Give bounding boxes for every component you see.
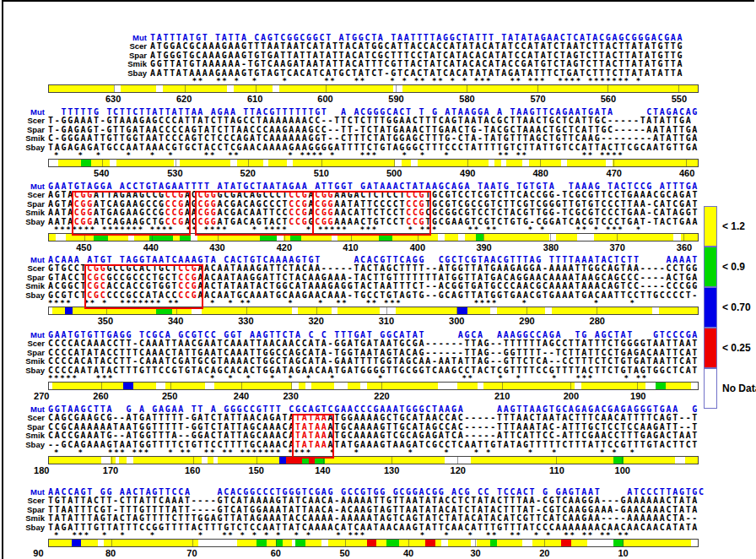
- bar-segment-g: [81, 160, 90, 166]
- bar-segment-w: [334, 383, 347, 389]
- legend-swatch-blue: [704, 287, 717, 328]
- bar-segment-y: [165, 383, 204, 389]
- bar-segment-g: [276, 540, 283, 546]
- bar-segment-y: [237, 160, 262, 166]
- bar-segment-y: [556, 234, 577, 241]
- bar-segment-w: [292, 383, 299, 389]
- bar-segment-w: [691, 540, 698, 546]
- legend-label: < 1.2: [722, 206, 745, 247]
- bar-tick: [617, 234, 618, 241]
- position-number: 120: [451, 465, 466, 475]
- alignment-block-5: MutGAATGTGTTGAGG TCGCA GCGTCC GGT AAGTTC…: [0, 331, 756, 405]
- bar-tick: [686, 160, 687, 166]
- bar-segment-y: [81, 540, 97, 546]
- bar-segment-y: [659, 307, 698, 314]
- bar-segment-w: [198, 540, 237, 546]
- position-numbers-row: 908070605040302010: [48, 548, 699, 559]
- legend-item: < 1.2: [704, 206, 756, 247]
- position-number: 440: [143, 242, 159, 252]
- bar-segment-y: [445, 234, 458, 241]
- position-number: 270: [34, 391, 49, 401]
- position-number: 560: [601, 94, 616, 104]
- bar-segment-y: [367, 383, 439, 389]
- alignment-block-6: MutGGTAAGCTTA G A GAGAA TT A GGGCCGTTT C…: [0, 405, 756, 480]
- bar-tick: [392, 457, 392, 464]
- species-label: Sbay: [0, 291, 48, 300]
- bar-segment-w: [98, 540, 105, 546]
- bar-tick: [678, 85, 679, 92]
- bar-segment-w: [522, 540, 532, 546]
- bar-segment-y: [483, 234, 549, 241]
- bar-segment-b: [279, 457, 286, 464]
- bar-tick: [537, 85, 538, 92]
- bar-tick: [467, 160, 468, 166]
- position-number: 540: [94, 168, 109, 178]
- bar-tick: [185, 85, 186, 92]
- bar-tick: [683, 234, 684, 241]
- position-number: 210: [494, 391, 510, 401]
- bar-tick: [170, 383, 171, 389]
- motif-highlight-box: [195, 191, 314, 236]
- position-number: 630: [105, 94, 121, 104]
- bar-segment-y: [448, 540, 471, 546]
- position-number: 330: [238, 316, 253, 326]
- bar-segment-y: [121, 85, 156, 92]
- bar-segment-y: [104, 540, 198, 546]
- bar-segment-y: [298, 307, 332, 314]
- bar-tick: [637, 383, 638, 389]
- bar-segment-y: [58, 160, 81, 166]
- position-number: 320: [308, 316, 323, 326]
- bar-segment-w: [441, 540, 448, 546]
- bar-segment-y: [402, 85, 698, 92]
- bar-tick: [475, 540, 476, 546]
- position-numbers-row: 450440430420410400390380370360: [48, 242, 699, 253]
- conservation-heatmap-bar: [48, 159, 699, 167]
- bar-segment-y: [494, 160, 501, 166]
- bar-segment-w: [490, 307, 497, 314]
- bar-segment-y: [52, 383, 124, 389]
- position-number: 280: [590, 316, 605, 326]
- legend-swatch-yellow: [704, 206, 717, 247]
- bar-tick: [613, 160, 614, 166]
- alignment-block-7: MutAACCAGT GG AACTAGTTCCA ACACGGCCCTGGGT…: [0, 488, 756, 559]
- bar-segment-w: [675, 457, 685, 464]
- species-label: Sbay: [0, 144, 48, 152]
- bar-segment-y: [237, 540, 256, 546]
- position-numbers-row: 540530520510500490480470460: [48, 168, 699, 179]
- position-number: 490: [460, 168, 475, 178]
- position-number: 350: [98, 316, 113, 326]
- bar-segment-y: [299, 383, 305, 389]
- bar-tick: [326, 85, 327, 92]
- bar-segment-w: [321, 540, 328, 546]
- bar-segment-y: [49, 234, 56, 241]
- position-number: 370: [609, 242, 624, 252]
- bar-segment-y: [214, 383, 292, 389]
- conservation-heatmap-bar: [48, 382, 699, 390]
- bar-segment-y: [133, 457, 202, 464]
- position-number: 90: [33, 548, 43, 558]
- bar-tick: [111, 457, 112, 464]
- legend-item: < 0.9: [704, 247, 756, 287]
- bar-tick: [483, 234, 484, 241]
- bar-tick: [291, 383, 292, 389]
- bar-segment-r: [367, 540, 377, 546]
- bar-segment-y: [325, 457, 445, 464]
- bar-segment-w: [156, 85, 163, 92]
- position-number: 30: [470, 548, 480, 558]
- position-number: 500: [386, 168, 402, 178]
- bar-segment-w: [561, 160, 568, 166]
- position-number: 570: [530, 94, 545, 104]
- bar-segment-w: [545, 307, 552, 314]
- bar-tick: [550, 234, 551, 241]
- bar-tick: [556, 457, 557, 464]
- bar-segment-y: [311, 383, 334, 389]
- bar-tick: [111, 540, 112, 546]
- bar-segment-y: [293, 160, 396, 166]
- bar-segment-w: [156, 383, 166, 389]
- bar-segment-w: [438, 234, 445, 241]
- bar-segment-y: [338, 307, 380, 314]
- conservation-heatmap-bar: [48, 456, 699, 464]
- bar-tick: [256, 85, 256, 92]
- bar-segment-w: [522, 160, 529, 166]
- bar-segment-y: [532, 540, 562, 546]
